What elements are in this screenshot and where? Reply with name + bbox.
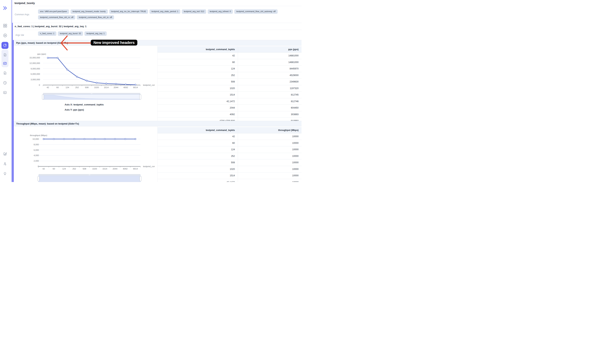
data-point bbox=[84, 138, 85, 140]
edit-icon[interactable] bbox=[3, 152, 7, 156]
table-header-row: testpmd_command_txpktsthroughput (Mbps) bbox=[158, 127, 302, 133]
common-args-label: Common Args bbox=[15, 13, 29, 16]
line-chart: throughput (Mbps)02,0004,0006,0008,00010… bbox=[14, 126, 157, 182]
datazoom-handle[interactable] bbox=[38, 176, 39, 181]
user-icon[interactable] bbox=[3, 162, 7, 166]
datazoom-handle[interactable] bbox=[139, 94, 141, 99]
pps-card-header[interactable]: Pps (pps, mean): based on testpmd (Side=… bbox=[14, 40, 302, 46]
svg-text:6,000: 6,000 bbox=[34, 149, 39, 151]
data-point bbox=[43, 138, 44, 140]
table-row: 4210000 bbox=[158, 133, 302, 140]
svg-text:4092: 4092 bbox=[123, 168, 128, 170]
table-cell: 303693 bbox=[238, 111, 302, 118]
bar-chart-icon[interactable] bbox=[3, 91, 7, 94]
data-point bbox=[135, 138, 136, 140]
table-row: 4700,4700,500910550 bbox=[158, 118, 302, 121]
table-cell: 1197320 bbox=[238, 85, 302, 92]
data-point bbox=[57, 57, 58, 59]
arg-chip: n_fwd_cores: 1 bbox=[38, 31, 56, 36]
data-point bbox=[135, 84, 136, 85]
nav-subgroup bbox=[1, 50, 9, 67]
throughput-card-header[interactable]: Throughput (Mbps, mean): based on testpm… bbox=[14, 121, 302, 126]
svg-text:0: 0 bbox=[39, 84, 40, 86]
table-row: 4092303693 bbox=[158, 111, 302, 118]
document-icon[interactable] bbox=[3, 71, 7, 75]
table-cell: 124 bbox=[158, 66, 238, 72]
table-cell: 60 bbox=[158, 59, 238, 66]
svg-text:124: 124 bbox=[66, 86, 69, 89]
table-row: 42,147210000 bbox=[158, 179, 302, 182]
table-cell: 812746 bbox=[238, 98, 302, 105]
data-point bbox=[115, 83, 116, 84]
document-icon[interactable] bbox=[3, 53, 7, 57]
table-row: 2524529000 bbox=[158, 72, 302, 79]
svg-text:1514: 1514 bbox=[103, 168, 107, 170]
table-cell: 2044 bbox=[158, 105, 238, 111]
table-cell: 14881000 bbox=[238, 53, 302, 59]
table-cell: 910550 bbox=[238, 118, 302, 121]
datazoom-handle[interactable] bbox=[140, 176, 141, 181]
table-cell: 8445970 bbox=[238, 66, 302, 72]
svg-text:1514: 1514 bbox=[104, 86, 109, 89]
table-header-cell: throughput (Mbps) bbox=[238, 127, 302, 133]
throughput-table-panel: testpmd_command_txpktsthroughput (Mbps)4… bbox=[157, 126, 302, 182]
datazoom-handle[interactable] bbox=[42, 94, 44, 99]
charts-section: Pps (pps, mean): based on testpmd (Side=… bbox=[13, 40, 302, 182]
svg-text:252: 252 bbox=[75, 86, 79, 89]
svg-text:124: 124 bbox=[62, 168, 66, 170]
data-point bbox=[53, 138, 55, 140]
panel-testpmd-txonly: testpmd_txonly Common Args env: VAR.env.… bbox=[12, 0, 302, 182]
subsection-header[interactable]: n_fwd_cores: 1 | testpmd_arg_burst: 32 |… bbox=[13, 23, 302, 30]
arg-chip: testpmd_command_flow_ctrl_autoneg: off bbox=[234, 9, 278, 14]
table-cell: 508 bbox=[158, 79, 238, 85]
arg-chip: testpmd_arg_txfreet: 0 bbox=[208, 9, 233, 14]
app: testpmd_txonly Common Args env: VAR.env.… bbox=[0, 0, 302, 182]
table-row: 5082349630 bbox=[158, 79, 302, 85]
svg-text:8,000: 8,000 bbox=[34, 143, 39, 146]
expand-sidebar-icon[interactable] bbox=[3, 6, 7, 11]
table-header-row: testpmd_command_txpktspps (pps) bbox=[158, 46, 302, 53]
table-cell: 4092 bbox=[158, 111, 238, 118]
pps-chart-panel: testpmd_command_txpkts Axis X: testpmd_c… bbox=[14, 46, 157, 121]
arg-chip: testpmd_arg_txd: 512 bbox=[182, 9, 206, 14]
data-point bbox=[94, 138, 95, 140]
throughput-table: testpmd_command_txpktsthroughput (Mbps)4… bbox=[158, 127, 302, 182]
data-point bbox=[105, 83, 107, 84]
svg-text:pps (pps): pps (pps) bbox=[37, 53, 46, 55]
svg-text:1020: 1020 bbox=[92, 168, 97, 170]
svg-text:2044: 2044 bbox=[113, 168, 117, 170]
arg-chip: testpmd_arg_stats_period: 1 bbox=[150, 9, 180, 14]
pie-chart-nav-button[interactable] bbox=[1, 42, 9, 49]
table-row: 50810000 bbox=[158, 159, 302, 166]
table-cell: 10000 bbox=[238, 179, 302, 182]
svg-text:42: 42 bbox=[42, 168, 45, 170]
table-cell: 10000 bbox=[238, 140, 302, 146]
svg-text:9014: 9014 bbox=[133, 168, 138, 170]
svg-text:6,000,000: 6,000,000 bbox=[31, 73, 40, 75]
lightbulb-icon[interactable] bbox=[3, 172, 7, 176]
pps-card-body: testpmd_command_txpkts Axis X: testpmd_c… bbox=[14, 46, 302, 121]
clock-icon[interactable] bbox=[3, 81, 7, 85]
table-row: 1514812745 bbox=[158, 92, 302, 98]
args-val-label: Args Val bbox=[15, 34, 24, 36]
trend-line-icon[interactable] bbox=[3, 61, 7, 65]
table-row: 25210000 bbox=[158, 153, 302, 160]
annotation-arrow-icon bbox=[60, 35, 92, 52]
svg-text:15,000,000: 15,000,000 bbox=[29, 57, 40, 59]
svg-text:4092: 4092 bbox=[123, 86, 128, 89]
dashboard-grid-icon[interactable] bbox=[3, 23, 7, 28]
data-point bbox=[104, 138, 105, 140]
table-cell: 10000 bbox=[238, 153, 302, 159]
svg-text:42: 42 bbox=[47, 86, 49, 89]
svg-text:throughput (Mbps): throughput (Mbps) bbox=[30, 134, 47, 136]
pps-table-panel: testpmd_command_txpktspps (pps)421488100… bbox=[157, 46, 302, 121]
table-cell: 604450 bbox=[238, 105, 302, 111]
play-circle-icon[interactable] bbox=[3, 33, 7, 38]
table-header-cell: testpmd_command_txpkts bbox=[158, 127, 238, 133]
svg-text:10,000: 10,000 bbox=[33, 138, 39, 140]
data-point bbox=[63, 138, 65, 140]
svg-text:60: 60 bbox=[56, 86, 59, 89]
svg-text:1020: 1020 bbox=[94, 86, 99, 89]
throughput-chart-panel: testpmd_command_txpkts throughput (Mbps)… bbox=[14, 126, 157, 182]
panel-title-row[interactable]: testpmd_txonly bbox=[12, 0, 302, 6]
